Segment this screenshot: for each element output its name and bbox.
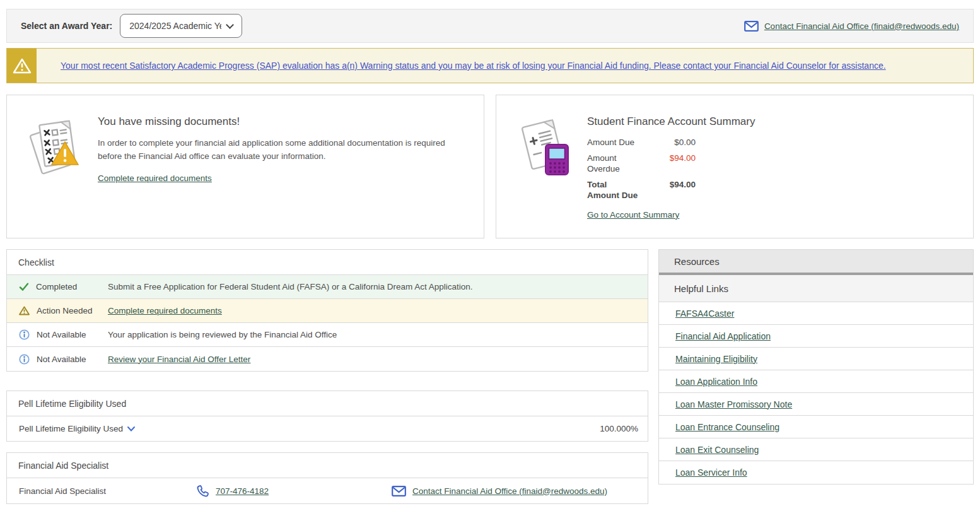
info-icon [19,354,30,365]
total-amount-due-label: Total Amount Due [587,179,640,201]
warning-triangle-icon [13,57,32,74]
checklist-row-action-needed: Action Needed Complete required document… [7,299,648,323]
sap-warning-link[interactable]: Your most recent Satisfactory Academic P… [61,61,886,71]
amount-overdue-row: Amount Overdue $94.00 [587,153,755,175]
amount-due-row: Amount Due $0.00 [587,137,755,148]
checklist-status: Action Needed [7,306,108,315]
sap-warning-banner: Your most recent Satisfactory Academic P… [6,48,974,83]
specialist-header: Financial Aid Specialist [7,453,648,478]
total-amount-due-value: $94.00 [640,179,696,201]
cards-row: You have missing documents! In order to … [6,95,974,238]
award-year-bar: Select an Award Year: 2024/2025 Academic… [6,9,974,43]
missing-documents-icon [28,112,86,238]
missing-documents-body: In order to complete your financial aid … [98,137,451,163]
resource-link-fafsa4caster[interactable]: FAFSA4Caster [675,308,734,319]
checklist-item-text: Complete required documents [108,306,222,315]
award-year-select[interactable]: 2024/2025 Academic Year [120,14,242,38]
financial-aid-dashboard: Select an Award Year: 2024/2025 Academic… [0,0,980,504]
left-column: Checklist Completed Submit a Free Applic… [6,249,648,504]
main-area: Checklist Completed Submit a Free Applic… [6,249,974,504]
missing-documents-content: You have missing documents! In order to … [98,112,451,238]
award-year-select-wrap: 2024/2025 Academic Year [120,14,242,38]
finance-summary-content: Student Finance Account Summary Amount D… [587,112,755,238]
specialist-phone-group: 707-476-4182 [196,485,392,498]
check-icon [19,283,29,291]
checklist-status: Not Available [7,354,108,365]
pell-row-label: Pell Lifetime Eligibility Used [19,424,123,433]
envelope-icon [744,21,759,32]
specialist-panel: Financial Aid Specialist Financial Aid S… [6,452,648,504]
resource-link-row: Loan Master Promissory Note [659,393,973,416]
warning-triangle-icon [19,306,30,315]
finance-summary-title: Student Finance Account Summary [587,115,755,128]
resource-link-row: Loan Entrance Counseling [659,416,973,438]
resource-link-row: Loan Servicer Info [659,461,973,484]
missing-documents-title: You have missing documents! [98,115,451,128]
warning-badge [7,49,37,83]
finance-summary-rows: Amount Due $0.00 Amount Overdue $94.00 T… [587,137,755,201]
checklist-status-label: Completed [36,282,77,291]
checklist-item-text: Review your Financial Aid Offer Letter [108,355,250,364]
resource-link-loan-exit-counseling[interactable]: Loan Exit Counseling [675,445,759,455]
resource-link-loan-servicer-info[interactable]: Loan Servicer Info [675,467,747,478]
specialist-email-link[interactable]: Contact Financial Aid Office (finaid@red… [412,486,607,496]
checklist-item-text: Submit a Free Application for Federal St… [108,282,473,291]
resource-link-row: Maintaining Eligibility [659,348,973,370]
checklist-header: Checklist [7,250,648,275]
checklist-row-not-available-2: Not Available Review your Financial Aid … [7,347,648,371]
finance-summary-card: Student Finance Account Summary Amount D… [496,95,974,238]
specialist-email-group: Contact Financial Aid Office (finaid@red… [392,486,607,496]
amount-overdue-value: $94.00 [640,153,696,175]
pell-row-label-group[interactable]: Pell Lifetime Eligibility Used [19,424,136,433]
chevron-down-icon [127,426,136,432]
complete-required-documents-link[interactable]: Complete required documents [108,306,222,315]
helpful-links-header: Helpful Links [659,275,973,302]
checklist-panel: Checklist Completed Submit a Free Applic… [6,249,648,372]
topbar-contact: Contact Financial Aid Office (finaid@red… [744,21,959,32]
specialist-row: Financial Aid Specialist 707-476-4182 Co… [7,478,648,503]
checklist-row-not-available-1: Not Available Your application is being … [7,323,648,347]
checklist-status: Completed [7,282,108,291]
resource-link-row: FAFSA4Caster [659,302,973,325]
info-icon [19,329,30,340]
pell-row: Pell Lifetime Eligibility Used 100.000% [7,416,648,441]
pell-value: 100.000% [600,424,638,433]
resource-link-loan-application-info[interactable]: Loan Application Info [675,377,757,387]
resources-panel: Resources Helpful Links FAFSA4Caster Fin… [658,249,974,485]
review-offer-letter-link[interactable]: Review your Financial Aid Offer Letter [108,355,250,364]
resources-header: Resources [659,250,973,275]
checklist-status-label: Action Needed [37,306,93,315]
resource-link-loan-entrance-counseling[interactable]: Loan Entrance Counseling [675,422,779,432]
phone-icon [196,485,209,498]
missing-documents-card: You have missing documents! In order to … [6,95,484,238]
resource-link-loan-master-promissory-note[interactable]: Loan Master Promissory Note [675,399,792,409]
resource-link-row: Financial Aid Application [659,325,973,348]
finance-summary-icon [518,112,576,238]
envelope-icon [392,486,406,496]
specialist-name: Financial Aid Specialist [7,486,196,496]
amount-overdue-label: Amount Overdue [587,153,640,175]
amount-due-value: $0.00 [640,137,696,148]
contact-financial-aid-link[interactable]: Contact Financial Aid Office (finaid@red… [764,21,959,31]
complete-required-documents-link[interactable]: Complete required documents [98,173,212,183]
specialist-phone-link[interactable]: 707-476-4182 [216,486,269,496]
checklist-row-completed: Completed Submit a Free Application for … [7,275,648,299]
sap-warning-text: Your most recent Satisfactory Academic P… [37,49,886,83]
checklist-status: Not Available [7,329,108,340]
go-to-account-summary-link[interactable]: Go to Account Summary [587,210,679,220]
checklist-status-label: Not Available [37,355,86,364]
resource-link-row: Loan Application Info [659,370,973,393]
checklist-status-label: Not Available [37,330,86,339]
total-amount-due-row: Total Amount Due $94.00 [587,179,755,201]
checklist-item-text: Your application is being reviewed by th… [108,330,337,339]
amount-due-label: Amount Due [587,137,640,148]
pell-header: Pell Lifetime Eligibility Used [7,391,648,416]
resource-link-maintaining-eligibility[interactable]: Maintaining Eligibility [675,354,757,364]
resource-link-financial-aid-application[interactable]: Financial Aid Application [675,331,771,341]
pell-panel: Pell Lifetime Eligibility Used Pell Life… [6,391,648,442]
resource-link-row: Loan Exit Counseling [659,438,973,461]
award-year-label: Select an Award Year: [21,21,112,31]
